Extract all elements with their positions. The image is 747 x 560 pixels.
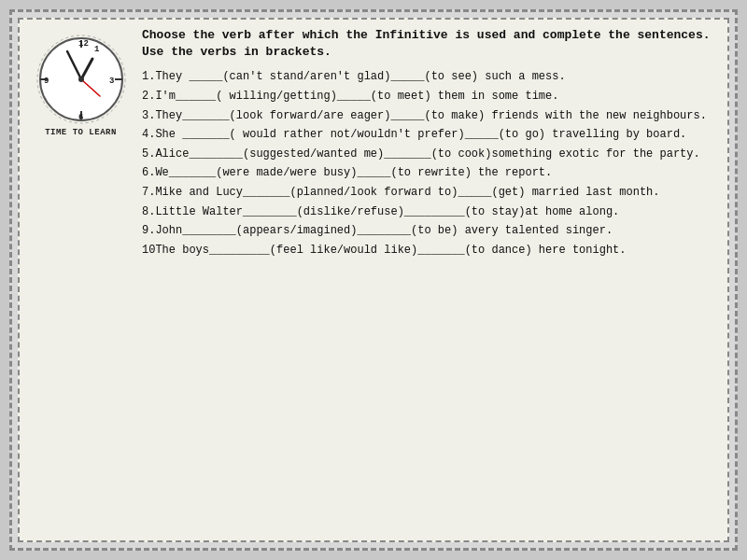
sentence-item: 8.Little Walter________(dislike/refuse)_…	[142, 203, 720, 221]
sentence-item: 6.We_______(were made/were busy)_____(to…	[142, 164, 720, 182]
svg-text:12: 12	[78, 39, 89, 49]
svg-text:3: 3	[109, 77, 114, 86]
time-to-learn-label: TIME TO LEARN	[45, 128, 117, 137]
sentence-item: 10The boys_________(feel like/would like…	[142, 242, 720, 259]
sentence-item: 2.I'm______( willing/getting)_____(to me…	[142, 88, 720, 105]
svg-text:6: 6	[78, 113, 83, 122]
sentence-item: 1.They _____(can't stand/aren't glad)___…	[142, 68, 720, 86]
clock-icon: 12 3 6 9 1	[35, 31, 128, 124]
sentences-list: 1.They _____(can't stand/aren't glad)___…	[142, 68, 720, 260]
sentence-item: 5.Alice________(suggested/wanted me)____…	[142, 146, 720, 163]
inner-border: 12 3 6 9 1 TIME TO LEARN	[18, 18, 729, 542]
outer-border: 12 3 6 9 1 TIME TO LEARN	[9, 9, 738, 551]
svg-point-14	[78, 77, 84, 82]
clock-container: 12 3 6 9 1	[35, 31, 128, 124]
instructions-text: Choose the verb after which the Infiniti…	[142, 27, 720, 61]
svg-text:1: 1	[94, 45, 100, 54]
sentence-item: 3.They_______(look forward/are eager)___…	[142, 107, 720, 125]
left-panel: 12 3 6 9 1 TIME TO LEARN	[27, 27, 134, 533]
sentence-item: 4.She _______( would rather not/wouldn't…	[142, 126, 720, 144]
sentence-item: 9.John________(appears/imagined)________…	[142, 222, 720, 240]
svg-text:9: 9	[44, 77, 49, 86]
sentence-item: 7.Mike and Lucy_______(planned/look forw…	[142, 184, 720, 202]
right-panel: Choose the verb after which the Infiniti…	[142, 27, 720, 533]
